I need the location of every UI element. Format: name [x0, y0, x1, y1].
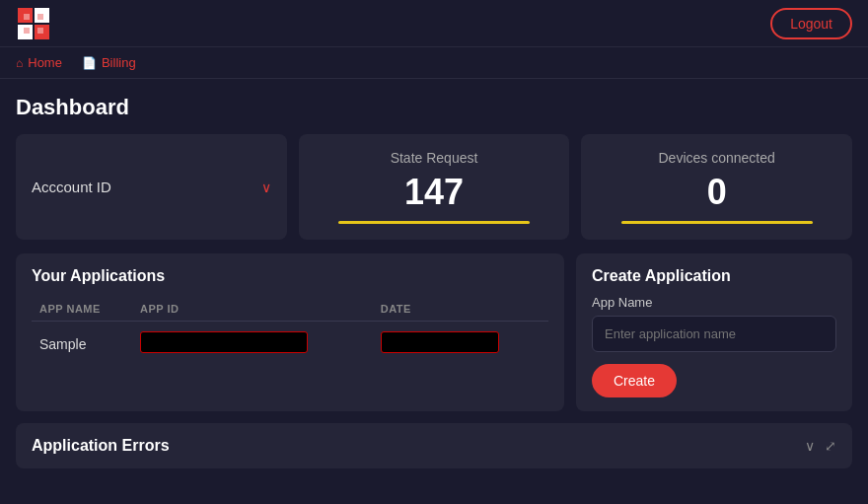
state-request-label: State Request — [315, 150, 554, 166]
app-name-label: App Name — [592, 295, 836, 310]
col-app-id: APP ID — [132, 297, 373, 322]
expand-icon[interactable]: ⤢ — [825, 438, 836, 454]
errors-title: Application Errors — [32, 437, 170, 455]
logo-icon — [16, 6, 51, 41]
applications-table: APP NAME APP ID DATE Sample — [32, 297, 548, 366]
topnav: Logout — [0, 0, 868, 47]
col-app-name: APP NAME — [32, 297, 132, 322]
breadcrumb-home[interactable]: ⌂ Home — [16, 55, 62, 70]
app-name-input[interactable] — [592, 316, 836, 352]
cell-app-name: Sample — [32, 322, 132, 367]
errors-actions: ∨ ⤢ — [805, 438, 836, 454]
state-request-bar — [338, 221, 530, 224]
applications-panel: Your Applications APP NAME APP ID DATE S… — [16, 253, 564, 411]
logo — [16, 6, 51, 41]
account-id-card[interactable]: Acccount ID ∨ — [16, 134, 287, 240]
main-content: Dashboard Acccount ID ∨ State Request 14… — [0, 79, 868, 484]
devices-label: Devices connected — [597, 150, 836, 166]
stats-row: Acccount ID ∨ State Request 147 Devices … — [16, 134, 852, 240]
chevron-down-icon: ∨ — [261, 180, 271, 195]
state-request-value: 147 — [315, 172, 554, 213]
devices-card: Devices connected 0 — [581, 134, 852, 240]
account-id-label: Acccount ID — [32, 179, 111, 195]
table-row: Sample — [32, 322, 548, 367]
bottom-row: Your Applications APP NAME APP ID DATE S… — [16, 253, 852, 411]
svg-rect-8 — [37, 28, 43, 34]
applications-panel-title: Your Applications — [32, 267, 548, 285]
create-application-title: Create Application — [592, 267, 836, 285]
breadcrumb-billing[interactable]: 📄 Billing — [82, 55, 136, 70]
devices-value: 0 — [597, 172, 836, 213]
create-button[interactable]: Create — [592, 364, 677, 397]
errors-row: Application Errors ∨ ⤢ — [16, 423, 852, 468]
page-title: Dashboard — [16, 95, 852, 120]
breadcrumb: ⌂ Home 📄 Billing — [0, 47, 868, 79]
home-icon: ⌂ — [16, 56, 23, 70]
svg-rect-7 — [24, 28, 30, 34]
collapse-icon[interactable]: ∨ — [805, 438, 815, 454]
cell-app-id — [132, 322, 373, 367]
state-request-card: State Request 147 — [299, 134, 570, 240]
svg-rect-5 — [24, 14, 30, 20]
create-application-panel: Create Application App Name Create — [576, 253, 852, 411]
logout-button[interactable]: Logout — [770, 8, 852, 39]
cell-date — [373, 322, 548, 367]
table-header-row: APP NAME APP ID DATE — [32, 297, 548, 322]
breadcrumb-home-label: Home — [28, 55, 62, 70]
breadcrumb-billing-label: Billing — [102, 55, 136, 70]
svg-rect-6 — [37, 14, 43, 20]
errors-panel: Application Errors ∨ ⤢ — [16, 423, 852, 468]
redacted-date — [381, 331, 499, 353]
devices-bar — [621, 221, 813, 224]
redacted-app-id — [140, 331, 308, 353]
col-date: DATE — [373, 297, 548, 322]
billing-icon: 📄 — [82, 56, 97, 70]
